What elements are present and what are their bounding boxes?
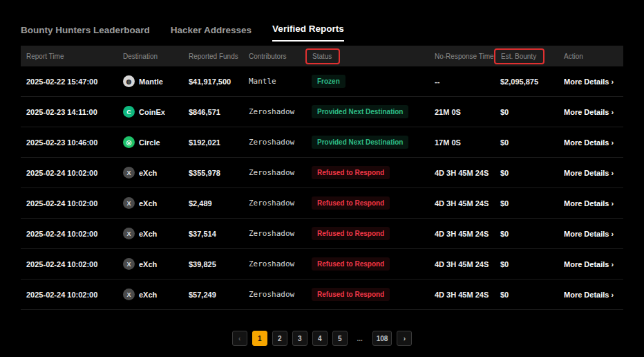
status-cell: Refused to Respond xyxy=(306,288,429,301)
destination-cell: ◎Circle xyxy=(117,136,183,148)
est-bounty-cell: $0 xyxy=(495,260,558,268)
table-header-row: Report TimeDestinationReported FundsCont… xyxy=(21,46,623,66)
report-time-cell: 2025-02-23 10:46:00 xyxy=(21,138,117,147)
status-badge: Refused to Respond xyxy=(312,257,390,271)
table-row: 2025-02-23 14:11:00CCoinEx$846,571Zerosh… xyxy=(21,97,623,127)
page-button-1[interactable]: 1 xyxy=(252,331,267,346)
page-button-2[interactable]: 2 xyxy=(272,331,287,346)
est-bounty-cell: $0 xyxy=(495,108,558,116)
mantle-icon: ◍ xyxy=(123,75,135,87)
contributors-cell: Zeroshadow xyxy=(243,107,306,116)
status-badge: Refused to Respond xyxy=(312,196,390,210)
status-badge: Refused to Respond xyxy=(312,227,390,240)
destination-label: eXch xyxy=(139,169,157,177)
next-page-button[interactable]: › xyxy=(397,331,412,346)
more-details-link[interactable]: More Details › xyxy=(564,230,614,238)
report-time-cell: 2025-02-24 10:02:00 xyxy=(21,199,117,208)
no-response-time-cell: 4D 3H 45M 24S xyxy=(429,260,495,268)
prev-page-button[interactable]: ‹ xyxy=(232,331,247,346)
reported-funds-cell: $39,825 xyxy=(183,260,243,268)
status-cell: Refused to Respond xyxy=(306,166,429,179)
no-response-time-cell: 4D 3H 45M 24S xyxy=(429,291,495,299)
status-cell: Provided Next Destination xyxy=(306,136,429,149)
report-time-cell: 2025-02-24 10:02:00 xyxy=(21,291,117,299)
contributors-cell: Zeroshadow xyxy=(243,138,306,147)
table-row: 2025-02-24 10:02:00XeXch$355,978Zeroshad… xyxy=(21,158,623,188)
page-button-4[interactable]: 4 xyxy=(312,331,328,346)
column-header-est-bounty: Est. Bounty xyxy=(495,48,558,64)
reported-funds-cell: $41,917,500 xyxy=(183,77,243,86)
tab-bar: Bounty Hunters LeaderboardHacker Address… xyxy=(21,0,623,42)
tab-hacker-addresses[interactable]: Hacker Addresses xyxy=(171,25,252,42)
no-response-time-cell: 4D 3H 45M 24S xyxy=(429,199,495,208)
action-cell: More Details › xyxy=(558,169,623,177)
column-header-label: Report Time xyxy=(26,53,64,60)
no-response-time-cell: 17M 0S xyxy=(429,138,495,147)
column-header-report-time: Report Time xyxy=(21,53,117,60)
status-badge: Provided Next Destination xyxy=(312,136,408,149)
more-details-link[interactable]: More Details › xyxy=(564,77,614,86)
status-badge: Refused to Respond xyxy=(312,166,390,179)
page-button-3[interactable]: 3 xyxy=(292,331,307,346)
est-bounty-cell: $2,095,875 xyxy=(495,77,558,86)
column-header-no-response-time: No-Response Time xyxy=(429,53,495,60)
contributors-cell: Zeroshadow xyxy=(243,229,306,238)
tab-verified-reports[interactable]: Verified Reports xyxy=(272,24,344,42)
page-button-5[interactable]: 5 xyxy=(332,331,348,346)
no-response-time-cell: 4D 3H 45M 24S xyxy=(429,169,495,177)
action-cell: More Details › xyxy=(558,108,623,116)
report-time-cell: 2025-02-22 15:47:00 xyxy=(21,77,117,86)
contributors-cell: Zeroshadow xyxy=(243,199,306,208)
status-cell: Refused to Respond xyxy=(306,257,429,271)
action-cell: More Details › xyxy=(558,230,623,238)
est-bounty-cell: $0 xyxy=(495,199,558,208)
more-details-link[interactable]: More Details › xyxy=(564,260,614,268)
report-time-cell: 2025-02-24 10:02:00 xyxy=(21,169,117,177)
reported-funds-cell: $57,249 xyxy=(183,291,243,299)
column-header-contributors: Contributors xyxy=(243,53,306,60)
reported-funds-cell: $192,021 xyxy=(183,138,243,147)
more-details-link[interactable]: More Details › xyxy=(564,138,614,147)
report-time-cell: 2025-02-24 10:02:00 xyxy=(21,260,117,268)
reported-funds-cell: $37,514 xyxy=(183,230,243,238)
table-row: 2025-02-24 10:02:00XeXch$39,825Zeroshado… xyxy=(21,249,623,280)
status-badge: Refused to Respond xyxy=(312,288,390,301)
column-header-label: Contributors xyxy=(249,53,286,60)
status-cell: Frozen xyxy=(306,75,429,88)
page-button-108[interactable]: 108 xyxy=(372,331,392,346)
circle-icon: ◎ xyxy=(123,136,135,148)
column-header-reported-funds: Reported Funds xyxy=(183,53,243,60)
contributors-cell: Zeroshadow xyxy=(243,290,306,299)
more-details-link[interactable]: More Details › xyxy=(564,291,614,299)
more-details-link[interactable]: More Details › xyxy=(564,169,614,177)
status-badge: Provided Next Destination xyxy=(312,105,408,118)
tab-bounty-hunters-leaderboard[interactable]: Bounty Hunters Leaderboard xyxy=(21,25,150,42)
more-details-link[interactable]: More Details › xyxy=(564,108,614,116)
coinex-icon: C xyxy=(123,106,135,118)
more-details-link[interactable]: More Details › xyxy=(564,199,614,208)
no-response-time-cell: -- xyxy=(429,77,495,86)
status-cell: Refused to Respond xyxy=(306,196,429,210)
destination-label: eXch xyxy=(139,199,157,208)
no-response-time-cell: 21M 0S xyxy=(429,108,495,116)
annotation-box-status: Status xyxy=(305,48,340,64)
contributors-cell: Mantle xyxy=(243,77,306,86)
exch-icon: X xyxy=(123,258,135,270)
column-header-label: No-Response Time xyxy=(435,53,494,60)
table-row: 2025-02-22 15:47:00◍Mantle$41,917,500Man… xyxy=(21,66,623,97)
destination-label: eXch xyxy=(139,230,157,238)
est-bounty-cell: $0 xyxy=(495,291,558,299)
est-bounty-cell: $0 xyxy=(495,230,558,238)
annotation-box-est-bounty: Est. Bounty xyxy=(494,48,544,64)
exch-icon: X xyxy=(123,228,135,239)
reported-funds-cell: $355,978 xyxy=(183,169,243,177)
action-cell: More Details › xyxy=(558,291,623,299)
action-cell: More Details › xyxy=(558,77,623,86)
destination-cell: XeXch xyxy=(117,197,183,209)
column-header-destination: Destination xyxy=(117,53,183,60)
table-row: 2025-02-23 10:46:00◎Circle$192,021Zerosh… xyxy=(21,127,623,158)
table-body: 2025-02-22 15:47:00◍Mantle$41,917,500Man… xyxy=(21,66,623,310)
reported-funds-cell: $2,489 xyxy=(183,199,243,208)
column-header-label: Action xyxy=(564,53,583,60)
column-header-label: Reported Funds xyxy=(189,53,238,60)
